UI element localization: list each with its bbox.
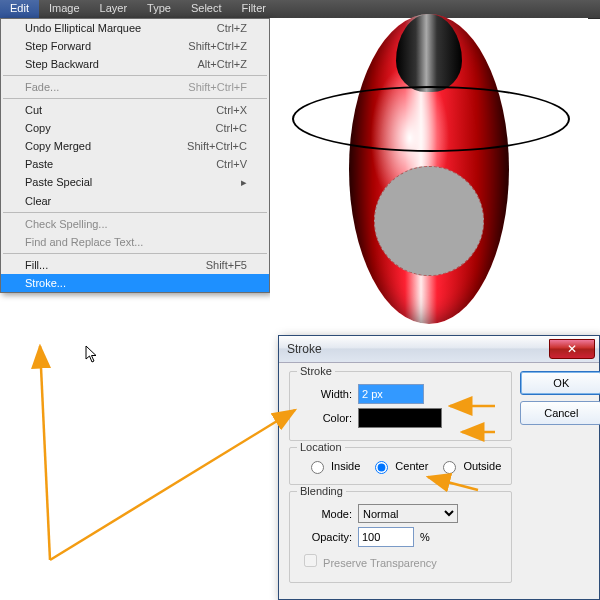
blending-legend: Blending (297, 485, 346, 497)
mode-label: Mode: (300, 508, 352, 520)
menu-item-copy[interactable]: CopyCtrl+C (1, 119, 269, 137)
radio-outside[interactable]: Outside (438, 458, 501, 474)
opacity-label: Opacity: (300, 531, 352, 543)
menu-layer[interactable]: Layer (90, 0, 138, 18)
stroke-dialog: Stroke ✕ Stroke Width: Color: Location I… (278, 335, 600, 600)
menu-image[interactable]: Image (39, 0, 90, 18)
menu-item-step-forward[interactable]: Step ForwardShift+Ctrl+Z (1, 37, 269, 55)
ok-button[interactable]: OK (520, 371, 600, 395)
width-input[interactable] (358, 384, 424, 404)
radio-inside[interactable]: Inside (306, 458, 360, 474)
menu-item-check-spelling: Check Spelling... (1, 215, 269, 233)
radio-center[interactable]: Center (370, 458, 428, 474)
menu-item-fill[interactable]: Fill...Shift+F5 (1, 256, 269, 274)
menu-type[interactable]: Type (137, 0, 181, 18)
opacity-input[interactable] (358, 527, 414, 547)
menu-item-clear[interactable]: Clear (1, 192, 269, 210)
stroke-group: Stroke Width: Color: (289, 371, 512, 441)
menu-item-paste-special[interactable]: Paste Special▸ (1, 173, 269, 192)
menu-select[interactable]: Select (181, 0, 232, 18)
selection-ellipse (292, 86, 570, 152)
menu-item-step-backward[interactable]: Step BackwardAlt+Ctrl+Z (1, 55, 269, 73)
cursor-icon (85, 345, 99, 365)
location-group: Location Inside Center Outside (289, 447, 512, 485)
opacity-suffix: % (420, 531, 430, 543)
menu-item-find-and-replace-text: Find and Replace Text... (1, 233, 269, 251)
menu-item-undo-elliptical-marquee[interactable]: Undo Elliptical MarqueeCtrl+Z (1, 19, 269, 37)
canvas (270, 18, 588, 328)
color-swatch[interactable] (358, 408, 442, 428)
stroke-legend: Stroke (297, 365, 335, 377)
edit-dropdown: Undo Elliptical MarqueeCtrl+ZStep Forwar… (0, 18, 270, 293)
menu-item-cut[interactable]: CutCtrl+X (1, 101, 269, 119)
close-icon[interactable]: ✕ (549, 339, 595, 359)
menu-bar: Edit Image Layer Type Select Filter (0, 0, 600, 19)
menu-item-stroke[interactable]: Stroke... (1, 274, 269, 292)
cancel-button[interactable]: Cancel (520, 401, 600, 425)
svg-line-0 (40, 346, 50, 560)
menu-item-fade: Fade...Shift+Ctrl+F (1, 78, 269, 96)
color-label: Color: (300, 412, 352, 424)
mode-select[interactable]: Normal (358, 504, 458, 523)
location-legend: Location (297, 441, 345, 453)
width-label: Width: (300, 388, 352, 400)
preserve-transparency: Preserve Transparency (300, 551, 437, 570)
svg-line-1 (50, 410, 295, 560)
menu-item-paste[interactable]: PasteCtrl+V (1, 155, 269, 173)
dialog-title-bar: Stroke ✕ (279, 336, 599, 363)
dialog-title: Stroke (279, 342, 549, 356)
menu-item-copy-merged[interactable]: Copy MergedShift+Ctrl+C (1, 137, 269, 155)
gray-circle (374, 166, 484, 276)
blending-group: Blending Mode: Normal Opacity: % Preserv… (289, 491, 512, 583)
menu-edit[interactable]: Edit (0, 0, 39, 18)
menu-filter[interactable]: Filter (232, 0, 276, 18)
